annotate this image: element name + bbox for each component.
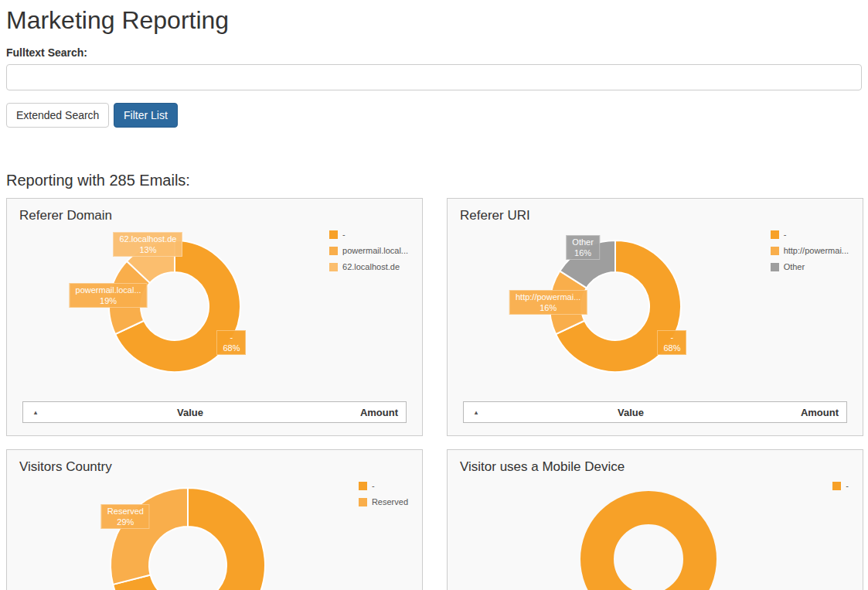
legend-swatch-icon [771, 247, 779, 255]
panel-referer-uri: Referer URI -68%http://powermai...16%Oth… [447, 198, 863, 436]
legend-item[interactable]: - [329, 230, 408, 239]
extended-search-button[interactable]: Extended Search [6, 103, 109, 128]
legend-swatch-icon [329, 247, 338, 255]
column-header-value[interactable]: Value [488, 407, 773, 418]
legend-item[interactable]: - [771, 230, 849, 239]
legend-label: - [784, 230, 787, 239]
legend-label: Other [784, 262, 805, 271]
donut-chart [571, 482, 726, 590]
column-header-amount[interactable]: Amount [773, 407, 846, 418]
donut-chart-mobile-device [571, 482, 726, 590]
donut-slice[interactable] [111, 488, 188, 585]
panel-title: Referer Domain [19, 208, 112, 223]
slice-label: Reserved29% [101, 504, 150, 529]
donut-chart [99, 476, 277, 590]
table-header: ▴ Value Amount [463, 401, 847, 423]
fulltext-search-label: Fulltext Search: [6, 46, 87, 59]
panel-referer-domain: Referer Domain -68%powermail.local...19%… [6, 198, 423, 436]
legend-item[interactable]: 62.localhost.de [329, 262, 408, 271]
slice-label: -68% [657, 330, 686, 355]
marketing-reporting-page: Marketing Reporting Fulltext Search: Ext… [0, 0, 868, 590]
legend-label: http://powermai... [784, 246, 849, 255]
panel-title: Visitors Country [19, 459, 112, 475]
legend-label: - [846, 481, 849, 490]
column-header-amount[interactable]: Amount [332, 407, 406, 418]
panel-mobile-device: Visitor uses a Mobile Device - [447, 449, 863, 590]
page-title: Marketing Reporting [6, 6, 229, 35]
sort-asc-icon[interactable]: ▴ [23, 408, 48, 416]
chart-legend: -http://powermai...Other [771, 230, 849, 278]
filter-list-button[interactable]: Filter List [114, 103, 178, 128]
legend-item[interactable]: http://powermai... [771, 246, 849, 255]
table-header: ▴ Value Amount [22, 401, 407, 423]
chart-legend: - [832, 481, 849, 497]
legend-swatch-icon [329, 230, 338, 239]
donut-chart-referer-uri: -68%http://powermai...16%Other16% [538, 229, 693, 384]
fulltext-search-input[interactable] [6, 64, 862, 90]
legend-swatch-icon [359, 482, 367, 490]
panel-title: Visitor uses a Mobile Device [460, 459, 625, 475]
chart-legend: -Reserved [359, 481, 408, 513]
legend-label: - [342, 230, 345, 239]
legend-swatch-icon [359, 498, 367, 506]
legend-swatch-icon [771, 263, 779, 271]
legend-swatch-icon [329, 263, 338, 271]
reporting-heading: Reporting with 285 Emails: [6, 172, 190, 189]
sort-asc-icon[interactable]: ▴ [464, 408, 488, 416]
panel-visitors-country: Visitors Country -71%Reserved29% -Reserv… [6, 449, 423, 590]
legend-item[interactable]: - [359, 481, 408, 490]
legend-label: Reserved [372, 497, 408, 506]
slice-label: Other16% [566, 235, 600, 260]
panel-title: Referer URI [460, 208, 530, 223]
donut-chart-referer-domain: -68%powermail.local...19%62.localhost.de… [97, 229, 252, 384]
legend-item[interactable]: - [832, 481, 849, 490]
legend-swatch-icon [771, 230, 779, 239]
slice-label: 62.localhost.de13% [113, 232, 182, 257]
legend-label: - [372, 481, 375, 490]
chart-legend: -powermail.local...62.localhost.de [329, 230, 408, 278]
column-header-value[interactable]: Value [48, 407, 332, 418]
slice-label: http://powermai...16% [509, 290, 587, 315]
donut-slice[interactable] [597, 508, 700, 590]
legend-swatch-icon [832, 482, 841, 490]
legend-item[interactable]: powermail.local... [329, 246, 408, 255]
legend-item[interactable]: Other [771, 262, 849, 271]
slice-label: -68% [216, 330, 246, 355]
legend-label: 62.localhost.de [342, 262, 400, 271]
slice-label: powermail.local...19% [70, 283, 148, 308]
donut-chart-visitors-country: -71%Reserved29% [99, 476, 277, 590]
legend-item[interactable]: Reserved [359, 497, 408, 506]
legend-label: powermail.local... [342, 246, 408, 255]
